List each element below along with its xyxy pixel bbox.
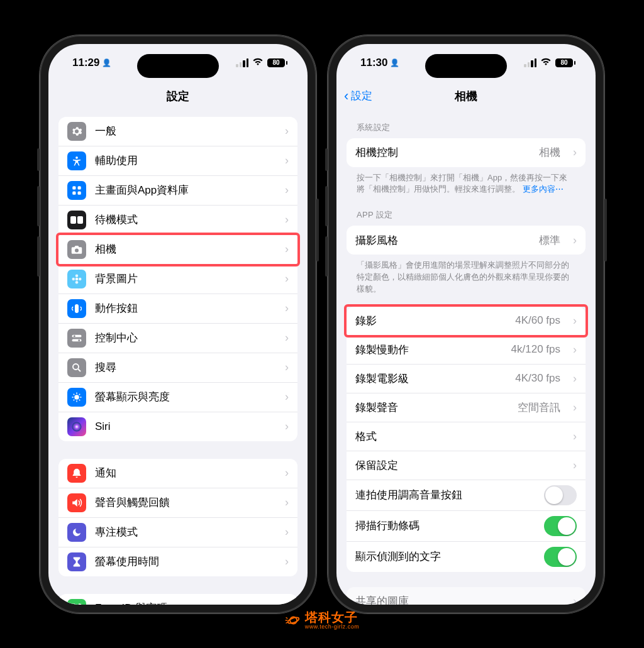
settings-row-search[interactable]: 搜尋›	[58, 353, 297, 383]
settings-row-flower[interactable]: 背景圖片›	[58, 265, 297, 294]
camera-settings[interactable]: 系統設定 相機控制 相機 › 按一下「相機控制」來打開「相機」App，然後再按一…	[336, 111, 596, 605]
settings-row-faceid[interactable]: Face ID 與密碼›	[58, 594, 297, 605]
row-label: 保留設定	[355, 458, 560, 473]
row-label: 動作按鈕	[95, 301, 272, 316]
camera-toggle-row[interactable]: 顯示偵測到的文字	[347, 542, 586, 572]
siri-icon	[67, 417, 86, 436]
settings-list[interactable]: 一般›輔助使用›主畫面與App資料庫›待機模式›相機›背景圖片›動作按鈕›控制中…	[48, 111, 308, 605]
row-shared-library[interactable]: 共享的圖庫 ›	[347, 587, 586, 605]
person-icon: 👤	[102, 58, 111, 67]
settings-row-switches[interactable]: 控制中心›	[58, 324, 297, 353]
brand-url: www.tech-girlz.com	[305, 624, 360, 630]
settings-row-accessibility[interactable]: 輔助使用›	[58, 146, 297, 176]
settings-row-siri[interactable]: Siri›	[58, 412, 297, 441]
row-value: 標準	[539, 233, 560, 248]
chevron-right-icon: ›	[573, 314, 577, 327]
toggle[interactable]	[544, 516, 577, 536]
row-label: 錄製電影級	[355, 371, 506, 386]
row-camera-control[interactable]: 相機控制 相機 ›	[347, 138, 586, 167]
row-label: 相機控制	[355, 145, 530, 160]
chevron-right-icon: ›	[285, 361, 289, 374]
svg-point-17	[78, 339, 80, 341]
sound-icon	[67, 493, 86, 512]
settings-row-brightness[interactable]: 螢幕顯示與亮度›	[58, 383, 297, 412]
camera-toggle-row[interactable]: 掃描行動條碼	[347, 511, 586, 542]
volume-up	[37, 186, 40, 226]
svg-point-0	[75, 156, 78, 158]
svg-point-18	[73, 364, 79, 370]
row-label: 一般	[95, 124, 272, 138]
switches-icon	[67, 329, 86, 348]
settings-row-bell[interactable]: 通知›	[58, 459, 297, 488]
back-button[interactable]: ‹ 設定	[344, 88, 372, 104]
settings-row-standby[interactable]: 待機模式›	[58, 206, 297, 235]
cell-signal-icon	[524, 58, 536, 67]
svg-point-20	[72, 422, 82, 431]
standby-icon	[67, 211, 86, 229]
camera-row[interactable]: 錄製電影級4K/30 fps›	[347, 365, 586, 393]
settings-row-camera[interactable]: 相機›	[58, 235, 297, 265]
settings-row-grid[interactable]: 主畫面與App資料庫›	[58, 176, 297, 206]
toggle[interactable]	[544, 485, 577, 505]
group-footer: 「攝影風格」會使用進階的場景理解來調整照片不同部分的特定顏色，以精緻細節個人化膚…	[347, 255, 586, 298]
camera-row[interactable]: 錄製慢動作4k/120 fps›	[347, 336, 586, 365]
battery-icon: 80	[555, 58, 575, 67]
row-label: 背景圖片	[95, 272, 272, 286]
svg-point-9	[75, 274, 79, 277]
settings-row-action[interactable]: 動作按鈕›	[58, 294, 297, 324]
toggle[interactable]	[544, 547, 577, 567]
person-icon: 👤	[390, 58, 399, 67]
row-value: 空間音訊	[518, 400, 560, 415]
chevron-right-icon: ›	[573, 372, 577, 385]
chevron-right-icon: ›	[285, 272, 289, 285]
settings-row-hourglass[interactable]: 螢幕使用時間›	[58, 547, 297, 576]
brightness-icon	[67, 388, 86, 407]
chevron-right-icon: ›	[573, 595, 577, 604]
volume-button	[325, 148, 328, 171]
status-time: 11:30	[360, 57, 387, 69]
volume-down	[325, 236, 328, 277]
chevron-right-icon: ›	[573, 459, 577, 472]
row-label: Siri	[95, 420, 272, 433]
gear-icon	[67, 122, 86, 141]
group-header-app: APP 設定	[347, 198, 586, 226]
battery-icon: 80	[267, 58, 287, 67]
page-title: 相機	[455, 89, 477, 104]
nav-bar: ‹ 設定 相機	[336, 82, 596, 111]
chevron-right-icon: ›	[285, 302, 289, 315]
more-link[interactable]: 更多內容⋯	[523, 184, 564, 194]
svg-rect-4	[78, 191, 81, 194]
chevron-right-icon: ›	[285, 243, 289, 256]
svg-point-7	[75, 248, 79, 252]
camera-row[interactable]: 錄製聲音空間音訊›	[347, 393, 586, 422]
svg-point-16	[74, 335, 75, 337]
page-title: 設定	[167, 89, 189, 104]
accessibility-icon	[67, 151, 86, 170]
flower-icon	[67, 270, 86, 288]
cell-signal-icon	[236, 58, 248, 67]
chevron-right-icon: ›	[573, 343, 577, 356]
camera-row[interactable]: 格式›	[347, 422, 586, 451]
settings-row-moon[interactable]: 專注模式›	[58, 518, 297, 547]
svg-point-8	[75, 277, 79, 280]
svg-rect-3	[72, 191, 75, 194]
camera-toggle-row[interactable]: 連拍使用調高音量按鈕	[347, 480, 586, 511]
camera-icon	[67, 240, 86, 259]
chevron-right-icon: ›	[285, 496, 289, 509]
chevron-right-icon: ›	[573, 234, 577, 247]
row-label: 掃描行動條碼	[355, 519, 535, 533]
settings-row-sound[interactable]: 聲音與觸覺回饋›	[58, 488, 297, 518]
row-label: 顯示偵測到的文字	[355, 549, 535, 564]
faceid-icon	[67, 599, 86, 605]
row-photo-style[interactable]: 攝影風格 標準 ›	[347, 226, 586, 255]
brand-name: 塔科女子	[305, 610, 360, 624]
volume-up	[325, 186, 328, 226]
bell-icon	[67, 464, 86, 483]
camera-row[interactable]: 錄影4K/60 fps›	[347, 307, 586, 336]
row-label: 錄製聲音	[355, 400, 509, 415]
settings-row-gear[interactable]: 一般›	[58, 117, 297, 146]
chevron-right-icon: ›	[573, 430, 577, 443]
dynamic-island	[137, 54, 219, 78]
camera-row[interactable]: 保留設定›	[347, 451, 586, 480]
screen-left: 11:29 👤 80 設定 一般›輔助使用›主畫面與App資料庫›待機模式›相機…	[48, 44, 308, 605]
